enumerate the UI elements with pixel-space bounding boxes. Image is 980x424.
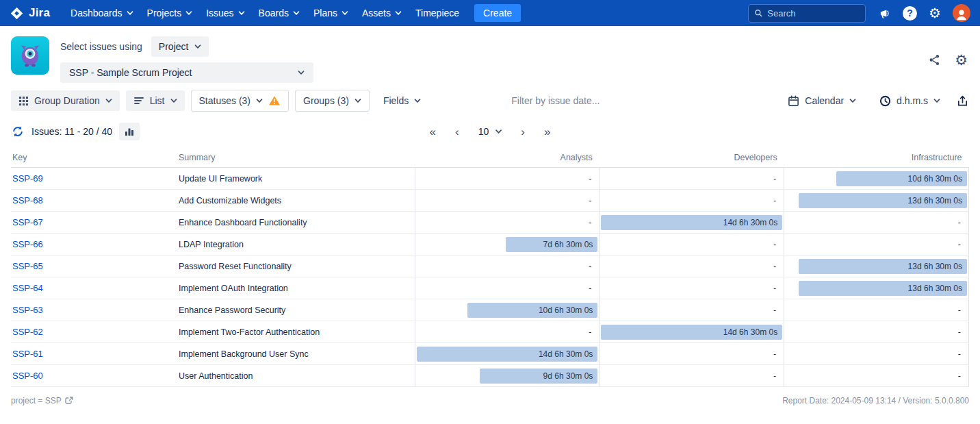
groups-filter-button[interactable]: Groups (3) (295, 90, 370, 112)
share-icon[interactable] (928, 53, 941, 66)
bar-chart-toggle-button[interactable] (119, 123, 140, 140)
select-issues-label: Select issues using (60, 41, 142, 52)
empty-duration: - (417, 196, 598, 205)
report-settings-gear-icon[interactable]: ⚙ (955, 53, 968, 67)
primary-nav: DashboardsProjectsIssuesBoardsPlansAsset… (64, 0, 466, 26)
duration-cell-analysts: - (415, 168, 599, 190)
report-header: Select issues using Project SSP - Sample… (0, 26, 980, 86)
nav-item-label: Plans (313, 8, 337, 18)
duration-bar: 13d 6h 30m 0s (799, 193, 967, 208)
issue-summary: Add Customizable Widgets (179, 190, 415, 212)
list-icon (133, 96, 144, 105)
empty-duration: - (786, 327, 967, 337)
statuses-filter-label: Statuses (3) (199, 95, 250, 106)
create-button[interactable]: Create (474, 4, 521, 22)
search-icon (754, 8, 762, 18)
calendar-button[interactable]: Calendar (780, 90, 864, 112)
nav-item-dashboards[interactable]: Dashboards (64, 0, 140, 26)
table-row: SSP-63Enhance Password Security10d 6h 30… (11, 299, 969, 321)
duration-cell-analysts: 14d 6h 30m 0s (415, 343, 599, 365)
prev-page-button[interactable]: ‹ (455, 126, 459, 138)
chevron-down-icon (354, 99, 361, 103)
issue-key-link[interactable]: SSP-66 (12, 239, 43, 249)
nav-item-assets[interactable]: Assets (355, 0, 409, 26)
duration-bar: 14d 6h 30m 0s (417, 347, 598, 362)
duration-cell-developers: - (599, 299, 784, 321)
nav-item-issues[interactable]: Issues (199, 0, 251, 26)
settings-gear-icon[interactable]: ⚙ (927, 5, 943, 21)
timepiece-app-icon (11, 36, 49, 75)
duration-bar: 14d 6h 30m 0s (601, 325, 782, 340)
page-size-value: 10 (478, 126, 489, 137)
user-avatar[interactable] (953, 4, 970, 22)
project-select[interactable]: SSP - Sample Scrum Project (60, 62, 313, 83)
issue-key-link[interactable]: SSP-60 (12, 371, 43, 381)
search-input[interactable] (767, 8, 860, 18)
chevron-down-icon (194, 45, 201, 49)
top-navbar: Jira DashboardsProjectsIssuesBoardsPlans… (0, 0, 980, 26)
table-row: SSP-65Password Reset Functionality--13d … (11, 255, 969, 277)
column-header-key[interactable]: Key (11, 149, 179, 168)
last-page-button[interactable]: » (544, 126, 550, 138)
issue-key-link[interactable]: SSP-62 (12, 327, 43, 337)
empty-duration: - (601, 174, 782, 184)
chevron-down-icon (256, 99, 263, 103)
duration-cell-infrastructure: - (784, 343, 969, 365)
duration-cell-analysts: - (415, 277, 599, 299)
issue-key-link[interactable]: SSP-63 (12, 305, 43, 315)
column-header-infrastructure[interactable]: Infrastructure (784, 149, 969, 168)
issue-key-link[interactable]: SSP-67 (12, 217, 43, 227)
duration-cell-analysts: 7d 6h 30m 0s (415, 234, 599, 255)
toolbar: Group Duration List Statuses (3) Groups … (0, 86, 980, 112)
empty-duration: - (601, 349, 782, 359)
nav-item-projects[interactable]: Projects (140, 0, 200, 26)
export-icon[interactable] (956, 95, 969, 108)
issue-key-link[interactable]: SSP-69 (12, 173, 43, 184)
table-row: SSP-61Implement Background User Sync14d … (11, 343, 969, 365)
nav-item-plans[interactable]: Plans (307, 0, 355, 26)
issue-key-link[interactable]: SSP-64 (12, 283, 43, 293)
first-page-button[interactable]: « (430, 126, 436, 138)
empty-duration: - (601, 196, 782, 205)
page-size-select[interactable]: 10 (478, 126, 502, 137)
jira-mark-icon (10, 6, 24, 21)
duration-format-button[interactable]: d.h.m.s (872, 90, 948, 112)
column-header-analysts[interactable]: Analysts (415, 149, 599, 168)
refresh-icon[interactable] (11, 125, 25, 138)
search-box[interactable] (748, 4, 866, 23)
issue-key-link[interactable]: SSP-61 (12, 349, 43, 359)
list-view-label: List (150, 95, 165, 106)
statuses-filter-button[interactable]: Statuses (3) (191, 90, 289, 112)
issues-table-body: SSP-69Update UI Framework--10d 6h 30m 0s… (11, 168, 969, 387)
issues-table-head-row: KeySummaryAnalystsDevelopersInfrastructu… (11, 149, 969, 168)
table-row: SSP-69Update UI Framework--10d 6h 30m 0s (11, 168, 969, 190)
list-view-button[interactable]: List (126, 90, 185, 111)
empty-duration: - (601, 371, 782, 381)
issue-source-select[interactable]: Project (151, 36, 209, 57)
column-header-developers[interactable]: Developers (599, 149, 784, 168)
jira-logo[interactable]: Jira (10, 6, 50, 21)
table-row: SSP-62Implement Two-Factor Authenticatio… (11, 321, 969, 343)
announcements-megaphone-icon[interactable] (877, 5, 893, 21)
nav-item-timepiece[interactable]: Timepiece (409, 0, 466, 26)
jql-filter-link[interactable]: project = SSP (11, 396, 73, 406)
chevron-down-icon (170, 99, 177, 103)
next-page-button[interactable]: › (521, 126, 525, 138)
issue-key-link[interactable]: SSP-65 (12, 261, 43, 271)
duration-bar: 14d 6h 30m 0s (601, 215, 782, 230)
toolbar-right: Calendar d.h.m.s (780, 90, 969, 112)
duration-bar: 10d 6h 30m 0s (467, 303, 598, 318)
group-duration-button[interactable]: Group Duration (11, 90, 120, 111)
issue-date-filter-input[interactable]: Filter by issue date... (511, 95, 599, 106)
duration-cell-infrastructure: 10d 6h 30m 0s (784, 168, 969, 190)
fields-button[interactable]: Fields (376, 90, 428, 111)
issue-source-controls: Select issues using Project SSP - Sample… (60, 36, 313, 83)
duration-format-label: d.h.m.s (897, 95, 928, 106)
column-header-summary[interactable]: Summary (179, 149, 415, 168)
nav-item-boards[interactable]: Boards (252, 0, 307, 26)
chevron-down-icon (298, 71, 305, 75)
issue-key-link[interactable]: SSP-68 (12, 195, 43, 205)
nav-item-label: Projects (147, 8, 182, 18)
groups-filter-label: Groups (3) (303, 95, 349, 106)
help-icon[interactable]: ? (903, 6, 917, 21)
